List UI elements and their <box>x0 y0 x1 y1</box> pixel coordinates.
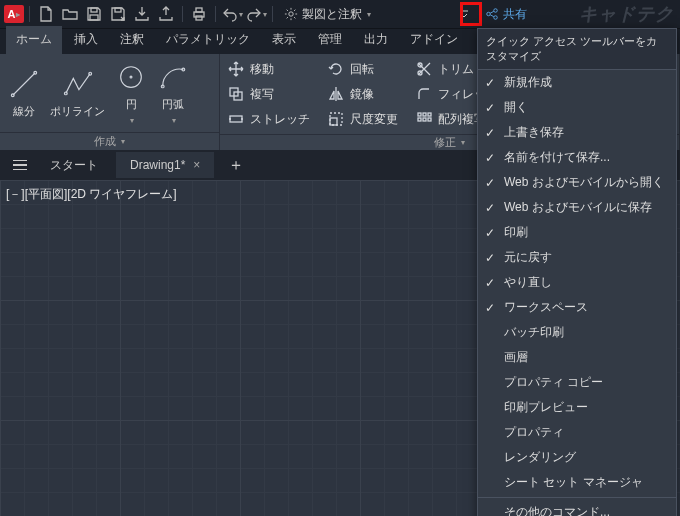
copy-button[interactable]: 複写 <box>228 83 310 105</box>
workspace-label: 製図と注釈 <box>302 6 362 23</box>
menu-item[interactable]: レンダリング <box>478 445 676 470</box>
title-bar: A▸ ▾ ▾ 製図と注釈 ▾ 共有 <box>0 0 680 28</box>
check-icon: ✓ <box>482 226 498 240</box>
svg-rect-30 <box>428 118 431 121</box>
arc-button[interactable]: 円弧▾ <box>157 61 189 125</box>
watermark-text: キャドテク <box>579 2 674 26</box>
svg-point-8 <box>494 9 498 13</box>
close-icon[interactable]: × <box>193 158 200 172</box>
workspace-selector[interactable]: 製図と注釈 ▾ <box>284 6 371 23</box>
menu-item-label: 画層 <box>504 349 528 366</box>
saveas-icon[interactable] <box>107 3 129 25</box>
menu-item[interactable]: ✓元に戻す <box>478 245 676 270</box>
panel-draw-title[interactable]: 作成 ▾ <box>0 132 219 150</box>
doc-tab-start[interactable]: スタート <box>36 151 112 180</box>
ribbon-tab-manage[interactable]: 管理 <box>308 26 352 54</box>
menu-item[interactable]: ✓上書き保存 <box>478 120 676 145</box>
ribbon-tab-view[interactable]: 表示 <box>262 26 306 54</box>
stretch-button[interactable]: ストレッチ <box>228 108 310 130</box>
ribbon-tab-parametric[interactable]: パラメトリック <box>156 26 260 54</box>
svg-rect-20 <box>230 116 242 122</box>
menu-item-label: レンダリング <box>504 449 576 466</box>
menu-item[interactable]: 印刷プレビュー <box>478 395 676 420</box>
ribbon-tab-home[interactable]: ホーム <box>6 26 62 54</box>
menu-item[interactable]: ✓新規作成 <box>478 70 676 95</box>
menu-item[interactable]: プロパティ <box>478 420 676 445</box>
copy-icon <box>228 86 244 102</box>
svg-point-7 <box>487 12 491 16</box>
menu-item-label: 新規作成 <box>504 74 552 91</box>
new-tab-button[interactable]: ＋ <box>218 155 254 176</box>
array-icon <box>416 111 432 127</box>
stretch-icon <box>228 111 244 127</box>
separator <box>29 6 30 22</box>
menu-item[interactable]: ✓やり直し <box>478 270 676 295</box>
rotate-button[interactable]: 回転 <box>328 58 398 80</box>
ribbon-tab-output[interactable]: 出力 <box>354 26 398 54</box>
check-icon: ✓ <box>482 276 498 290</box>
chevron-down-icon: ▾ <box>367 10 371 19</box>
mirror-icon <box>328 86 344 102</box>
menu-item[interactable]: ✓Web およびモバイルに保存 <box>478 195 676 220</box>
fillet-icon <box>416 86 432 102</box>
arc-icon <box>157 61 189 93</box>
web-open-icon[interactable] <box>131 3 153 25</box>
check-icon: ✓ <box>482 301 498 315</box>
scale-button[interactable]: 尺度変更 <box>328 108 398 130</box>
app-icon[interactable]: A▸ <box>4 5 24 23</box>
share-button[interactable]: 共有 <box>485 6 527 23</box>
menu-other-commands[interactable]: その他のコマンド... <box>478 500 676 516</box>
viewport-label[interactable]: [－][平面図][2D ワイヤフレーム] <box>6 186 177 203</box>
check-icon: ✓ <box>482 126 498 140</box>
menu-item[interactable]: ✓名前を付けて保存... <box>478 145 676 170</box>
separator <box>215 6 216 22</box>
menu-item[interactable]: ✓開く <box>478 95 676 120</box>
menu-item[interactable]: ✓ワークスペース <box>478 295 676 320</box>
menu-item-label: 元に戻す <box>504 249 552 266</box>
mirror-button[interactable]: 鏡像 <box>328 83 398 105</box>
menu-item-label: シート セット マネージャ <box>504 474 643 491</box>
polyline-button[interactable]: ポリライン <box>50 68 105 119</box>
menu-item[interactable]: ✓Web およびモバイルから開く <box>478 170 676 195</box>
separator <box>272 6 273 22</box>
svg-point-6 <box>289 12 293 16</box>
web-save-icon[interactable] <box>155 3 177 25</box>
svg-rect-0 <box>91 8 97 12</box>
svg-point-17 <box>182 68 185 71</box>
svg-rect-27 <box>428 113 431 116</box>
print-icon[interactable] <box>188 3 210 25</box>
chevron-down-icon: ▾ <box>263 10 267 19</box>
save-icon[interactable] <box>83 3 105 25</box>
menu-item[interactable]: シート セット マネージャ <box>478 470 676 495</box>
undo-icon[interactable]: ▾ <box>221 3 243 25</box>
open-icon[interactable] <box>59 3 81 25</box>
menu-item[interactable]: バッチ印刷 <box>478 320 676 345</box>
scale-icon <box>328 111 344 127</box>
ribbon-tab-insert[interactable]: 挿入 <box>64 26 108 54</box>
qat-customize-menu: クイック アクセス ツールバーをカスタマイズ ✓新規作成✓開く✓上書き保存✓名前… <box>477 28 677 516</box>
new-icon[interactable] <box>35 3 57 25</box>
menu-item[interactable]: 画層 <box>478 345 676 370</box>
doc-tab-drawing[interactable]: Drawing1*× <box>116 152 214 178</box>
menu-item-label: 開く <box>504 99 528 116</box>
qat-overflow-button[interactable] <box>455 3 473 25</box>
circle-button[interactable]: 円▾ <box>115 61 147 125</box>
svg-point-15 <box>130 76 132 78</box>
circle-icon <box>115 61 147 93</box>
menu-item[interactable]: プロパティ コピー <box>478 370 676 395</box>
menu-item[interactable]: ✓印刷 <box>478 220 676 245</box>
move-button[interactable]: 移動 <box>228 58 310 80</box>
redo-icon[interactable]: ▾ <box>245 3 267 25</box>
svg-rect-26 <box>423 113 426 116</box>
share-label: 共有 <box>503 6 527 23</box>
rotate-icon <box>328 61 344 77</box>
ribbon-tab-addin[interactable]: アドイン <box>400 26 468 54</box>
hamburger-icon[interactable] <box>8 153 32 177</box>
chevron-down-icon: ▾ <box>239 10 243 19</box>
menu-item-label: プロパティ <box>504 424 564 441</box>
ribbon-tab-annotate[interactable]: 注釈 <box>110 26 154 54</box>
svg-rect-21 <box>330 118 337 125</box>
line-button[interactable]: 線分 <box>8 68 40 119</box>
panel-draw: 線分 ポリライン 円▾ 円弧▾ 作成 ▾ <box>0 54 220 150</box>
gear-icon <box>284 7 298 21</box>
